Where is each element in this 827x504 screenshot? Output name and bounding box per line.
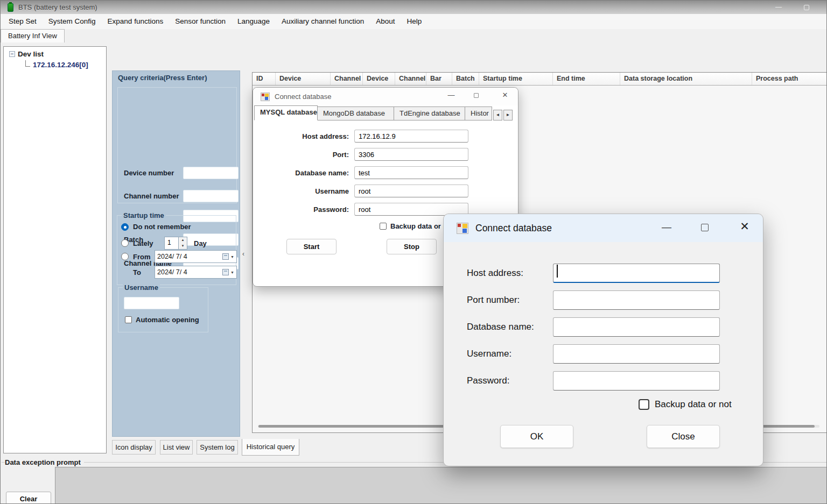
dialog1-titlebar: Connect database — ✕ — [253, 88, 518, 105]
menu-expand-functions[interactable]: Expand functions — [102, 14, 170, 29]
device-number-input[interactable] — [183, 167, 239, 179]
stop-button[interactable]: Stop — [387, 239, 437, 254]
collapse-panel-icon[interactable]: ‹ — [242, 250, 244, 258]
column-header-batch[interactable]: Batch — [452, 73, 479, 85]
lately-days-spinner[interactable]: 1 ▲ ▼ — [164, 237, 187, 250]
backup-data-checkbox[interactable] — [380, 223, 387, 230]
username-group-title: Username — [123, 283, 160, 292]
host-address-input[interactable] — [354, 130, 468, 143]
to-date-picker[interactable]: 2024/ 7/ 4 ▼ — [155, 266, 237, 279]
tab-list-view[interactable]: List view — [160, 440, 193, 455]
calendar-icon[interactable] — [222, 253, 229, 260]
column-header-startup-time[interactable]: Startup time — [479, 73, 553, 85]
date-dropdown-icon[interactable]: ▼ — [230, 271, 234, 274]
ok-button[interactable]: OK — [500, 425, 573, 448]
spinner-up-icon[interactable]: ▲ — [179, 237, 187, 243]
dialog2-close-button[interactable]: ✕ — [737, 220, 753, 233]
spinner-down-icon[interactable]: ▼ — [179, 243, 187, 249]
date-dropdown-icon[interactable]: ▼ — [230, 255, 234, 259]
tab-historical-query[interactable]: Historical query — [242, 439, 299, 456]
panel-splitter[interactable]: ‹ — [241, 70, 249, 437]
tab-battery-inf-view[interactable]: Battery Inf View — [1, 29, 65, 42]
username-label: Username: — [467, 349, 553, 359]
password-label: Password: — [467, 375, 553, 386]
column-header-channel[interactable]: Channel — [331, 73, 363, 85]
device-tree-panel: − Dev list 172.16.12.246[0] — [3, 46, 107, 453]
day-unit-label: Day — [194, 239, 207, 247]
close-dialog-button[interactable]: Close — [647, 425, 720, 448]
password-input[interactable] — [553, 371, 720, 391]
radio-do-not-remember[interactable] — [121, 223, 129, 231]
tree-node-dev-list[interactable]: − Dev list — [9, 50, 44, 58]
column-header-bar[interactable]: Bar — [426, 73, 452, 85]
automatic-opening-label: Automatic opening — [136, 316, 199, 324]
tab-icon-display[interactable]: Icon display — [112, 440, 156, 455]
dialog1-maximize-button[interactable] — [474, 93, 479, 98]
tree-root-label: Dev list — [18, 50, 44, 58]
username-input[interactable] — [553, 344, 720, 364]
column-header-end-time[interactable]: End time — [553, 73, 620, 85]
window-maximize-button[interactable] — [804, 5, 809, 10]
tab-mongodb-database[interactable]: MongoDB database — [318, 107, 394, 120]
radio-lately[interactable] — [121, 239, 129, 247]
tree-node-device[interactable]: 172.16.12.246[0] — [25, 61, 88, 69]
port-number-input[interactable] — [553, 290, 720, 310]
menu-system-config[interactable]: System Config — [43, 14, 102, 29]
backup-data-label: Backup data or not — [655, 399, 732, 410]
from-date-picker[interactable]: 2024/ 7/ 4 ▼ — [155, 250, 237, 263]
startup-time-title: Startup time — [122, 211, 166, 219]
column-header-id[interactable]: ID — [253, 73, 276, 85]
host-address-input[interactable] — [553, 264, 720, 283]
username-input[interactable] — [124, 297, 179, 309]
tab-tdengine-database[interactable]: TdEngine database — [394, 107, 465, 120]
tab-scroll-left-icon[interactable]: ◄ — [493, 110, 502, 120]
backup-data-checkbox[interactable] — [639, 399, 649, 410]
dialog2-maximize-button[interactable] — [701, 224, 709, 231]
data-exception-prompt-label: Data exception prompt — [5, 458, 84, 466]
tab-scroll-right-icon[interactable]: ► — [503, 110, 513, 120]
tab-system-log[interactable]: System log — [197, 440, 238, 455]
automatic-opening-checkbox[interactable] — [125, 316, 132, 323]
menu-sensor-function[interactable]: Sensor function — [169, 14, 232, 29]
titlebar: BTS (battery test system) — — [1, 1, 826, 14]
menu-about[interactable]: About — [370, 14, 401, 29]
column-header-data-storage-location[interactable]: Data storage location — [620, 73, 752, 85]
radio-from[interactable] — [121, 253, 129, 260]
connect-database-dialog: Connect database — ✕ Host address: Port … — [443, 214, 763, 466]
column-header-channel2[interactable]: Channel — [395, 73, 426, 85]
username-input[interactable] — [354, 184, 468, 197]
start-button[interactable]: Start — [286, 239, 337, 254]
port-input[interactable] — [354, 148, 468, 161]
tab-mysql-database[interactable]: MYSQL database — [254, 105, 318, 120]
column-header-process-path[interactable]: Process path — [752, 73, 827, 85]
database-name-input[interactable] — [354, 166, 468, 179]
window-minimize-button[interactable]: — — [770, 3, 787, 12]
dialog1-minimize-button[interactable]: — — [444, 91, 458, 99]
channel-number-input[interactable] — [183, 190, 239, 202]
bottom-tabstrip: Icon display List view System log Histor… — [1, 439, 447, 456]
view-tabstrip: Battery Inf View — [1, 29, 826, 42]
to-date-value[interactable]: 2024/ 7/ 4 — [157, 268, 222, 276]
device-number-label: Device number — [124, 169, 183, 177]
dialog2-minimize-button[interactable]: — — [659, 222, 674, 233]
database-name-input[interactable] — [553, 317, 720, 337]
tree-expander-icon[interactable]: − — [9, 51, 15, 57]
host-address-label: Host address: — [467, 268, 553, 279]
from-date-value[interactable]: 2024/ 7/ 4 — [157, 253, 222, 260]
menu-auxiliary-channel-function[interactable]: Auxiliary channel function — [276, 14, 370, 29]
calendar-icon[interactable] — [222, 269, 229, 275]
query-fields-group — [117, 87, 237, 203]
menu-step-set[interactable]: Step Set — [3, 14, 43, 29]
menubar: Step Set System Config Expand functions … — [1, 14, 826, 29]
query-criteria-panel: Query criteria(Press Enter) Device numbe… — [112, 70, 240, 437]
lately-days-value[interactable]: 1 — [164, 237, 179, 250]
dialog2-title: Connect database — [475, 223, 552, 234]
data-exception-prompt-box — [55, 467, 827, 504]
clear-button[interactable]: Clear — [6, 492, 51, 504]
column-header-device[interactable]: Device — [276, 73, 331, 85]
menu-language[interactable]: Language — [232, 14, 276, 29]
column-header-device2[interactable]: Device — [363, 73, 395, 85]
dialog1-close-button[interactable]: ✕ — [498, 91, 512, 99]
tab-history-truncated[interactable]: Histor — [465, 107, 492, 120]
menu-help[interactable]: Help — [401, 14, 427, 29]
